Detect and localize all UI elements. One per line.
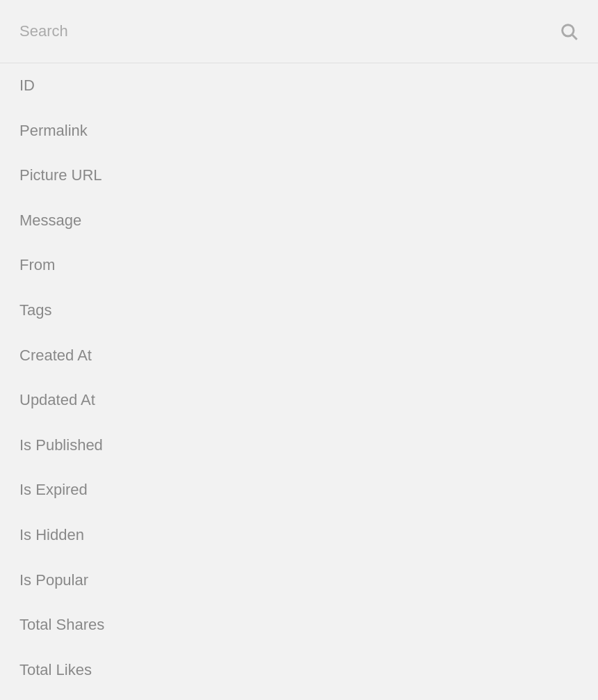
- list-item-picture-url[interactable]: Picture URL: [0, 153, 598, 198]
- list-item-permalink[interactable]: Permalink: [0, 109, 598, 154]
- list-item-is-published[interactable]: Is Published: [0, 423, 598, 468]
- svg-point-0: [563, 25, 574, 36]
- search-bar: [0, 0, 598, 63]
- filter-list: IDPermalinkPicture URLMessageFromTagsCre…: [0, 63, 598, 692]
- list-item-total-shares[interactable]: Total Shares: [0, 603, 598, 648]
- list-item-is-popular[interactable]: Is Popular: [0, 558, 598, 603]
- svg-line-1: [572, 35, 576, 39]
- list-item-is-expired[interactable]: Is Expired: [0, 468, 598, 513]
- list-item-message[interactable]: Message: [0, 198, 598, 244]
- list-item-created-at[interactable]: Created At: [0, 333, 598, 379]
- list-item-is-hidden[interactable]: Is Hidden: [0, 513, 598, 558]
- search-input[interactable]: [19, 22, 559, 40]
- list-item-updated-at[interactable]: Updated At: [0, 378, 598, 423]
- search-button[interactable]: [559, 22, 579, 41]
- list-item-total-likes[interactable]: Total Likes: [0, 648, 598, 693]
- list-item-id[interactable]: ID: [0, 63, 598, 109]
- list-item-tags[interactable]: Tags: [0, 288, 598, 333]
- search-icon: [559, 22, 579, 41]
- list-item-from[interactable]: From: [0, 243, 598, 288]
